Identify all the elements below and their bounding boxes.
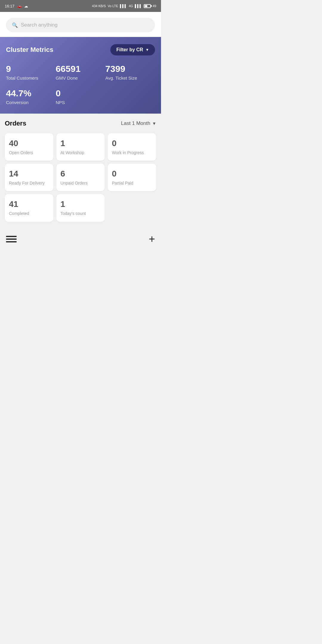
order-label-work-in-progress: Work in Progress xyxy=(112,150,152,155)
network-type: Vo LTE xyxy=(108,4,118,8)
order-label-partial-paid: Partial Paid xyxy=(112,180,152,186)
order-value-unpaid-orders: 6 xyxy=(61,169,101,179)
search-icon: 🔍 xyxy=(12,22,18,28)
search-container: 🔍 Search anything xyxy=(0,12,161,37)
order-card-unpaid-orders[interactable]: 6 Unpaid Orders xyxy=(56,164,105,191)
status-bar-left: 16:17 🚗 ☁ xyxy=(5,4,28,8)
order-card-at-workshop[interactable]: 1 At Workshop xyxy=(56,133,105,161)
metric-value-nps: 0 xyxy=(56,88,106,98)
order-card-open-orders[interactable]: 40 Open Orders xyxy=(5,133,53,161)
chevron-down-icon-orders: ▼ xyxy=(152,121,156,126)
orders-section: Orders Last 1 Month ▼ 40 Open Orders 1 A… xyxy=(0,114,161,228)
order-card-todays-count[interactable]: 1 Today's count xyxy=(56,194,105,222)
order-label-open-orders: Open Orders xyxy=(9,150,49,155)
metric-label-total-customers: Total Customers xyxy=(6,75,56,81)
hamburger-line-1 xyxy=(6,236,17,237)
hamburger-line-2 xyxy=(6,239,17,240)
add-button[interactable]: + xyxy=(149,234,155,244)
metric-label-gmv-done: GMV Done xyxy=(56,75,106,81)
order-value-work-in-progress: 0 xyxy=(112,139,152,148)
hamburger-line-3 xyxy=(6,241,17,242)
metric-value-avg-ticket: 7399 xyxy=(105,64,155,74)
cluster-metrics-title: Cluster Metrics xyxy=(6,46,53,54)
order-card-completed[interactable]: 41 Completed xyxy=(5,194,53,222)
orders-filter-label: Last 1 Month xyxy=(121,120,150,126)
orders-filter-dropdown[interactable]: Last 1 Month ▼ xyxy=(121,120,156,126)
order-card-work-in-progress[interactable]: 0 Work in Progress xyxy=(108,133,156,161)
metric-label-nps: NPS xyxy=(56,100,106,106)
cluster-metrics-section: Cluster Metrics Filter by CR ▼ 9 Total C… xyxy=(0,37,161,114)
filter-by-cr-button[interactable]: Filter by CR ▼ xyxy=(110,44,155,55)
network-4g: 4G xyxy=(129,4,133,8)
order-card-partial-paid[interactable]: 0 Partial Paid xyxy=(108,164,156,191)
filter-button-label: Filter by CR xyxy=(116,47,143,52)
metrics-grid: 9 Total Customers 66591 GMV Done 7399 Av… xyxy=(6,64,155,105)
status-bar-right: 434 KB/S Vo LTE ▌▌▌ 4G ▌▌▌ 49 xyxy=(92,4,156,8)
metric-gmv-done: 66591 GMV Done xyxy=(56,64,106,81)
chevron-down-icon: ▼ xyxy=(145,48,149,52)
hamburger-menu-button[interactable] xyxy=(6,236,17,242)
order-label-ready-for-delivery: Ready For Delivery xyxy=(9,180,49,186)
order-label-todays-count: Today's count xyxy=(61,211,101,216)
car-icon: 🚗 xyxy=(17,4,22,8)
order-label-unpaid-orders: Unpaid Orders xyxy=(61,180,101,186)
order-label-completed: Completed xyxy=(9,211,49,216)
search-bar[interactable]: 🔍 Search anything xyxy=(6,18,155,32)
orders-title: Orders xyxy=(5,120,26,127)
battery-fill xyxy=(145,5,147,7)
metric-value-conversion: 44.7% xyxy=(6,88,56,98)
metric-value-gmv-done: 66591 xyxy=(56,64,106,74)
battery-icon xyxy=(144,4,151,8)
status-bar: 16:17 🚗 ☁ 434 KB/S Vo LTE ▌▌▌ 4G ▌▌▌ 49 xyxy=(0,0,161,12)
battery-percent: 49 xyxy=(153,4,156,8)
metric-nps: 0 NPS xyxy=(56,88,106,106)
search-placeholder-text: Search anything xyxy=(21,22,58,28)
order-value-open-orders: 40 xyxy=(9,139,49,148)
orders-grid: 40 Open Orders 1 At Workshop 0 Work in P… xyxy=(5,133,156,222)
order-value-ready-for-delivery: 14 xyxy=(9,169,49,179)
order-value-at-workshop: 1 xyxy=(61,139,101,148)
order-label-at-workshop: At Workshop xyxy=(61,150,101,155)
metric-conversion: 44.7% Conversion xyxy=(6,88,56,106)
signal-bars: ▌▌▌ xyxy=(120,4,127,8)
orders-header: Orders Last 1 Month ▼ xyxy=(5,120,156,127)
order-value-completed: 41 xyxy=(9,199,49,209)
cluster-metrics-header: Cluster Metrics Filter by CR ▼ xyxy=(6,44,155,55)
order-value-partial-paid: 0 xyxy=(112,169,152,179)
metric-total-customers: 9 Total Customers xyxy=(6,64,56,81)
metric-label-conversion: Conversion xyxy=(6,100,56,106)
main-content: 🔍 Search anything Cluster Metrics Filter… xyxy=(0,12,161,253)
order-card-ready-for-delivery[interactable]: 14 Ready For Delivery xyxy=(5,164,53,191)
cloud-icon: ☁ xyxy=(24,4,28,8)
signal-bars-2: ▌▌▌ xyxy=(135,4,142,8)
bottom-nav: + xyxy=(0,228,161,253)
network-speed: 434 KB/S xyxy=(92,4,106,8)
order-value-todays-count: 1 xyxy=(61,199,101,209)
time-display: 16:17 xyxy=(5,4,15,8)
metric-avg-ticket: 7399 Avg. Ticket Size xyxy=(105,64,155,81)
metric-value-total-customers: 9 xyxy=(6,64,56,74)
metric-label-avg-ticket: Avg. Ticket Size xyxy=(105,75,155,81)
